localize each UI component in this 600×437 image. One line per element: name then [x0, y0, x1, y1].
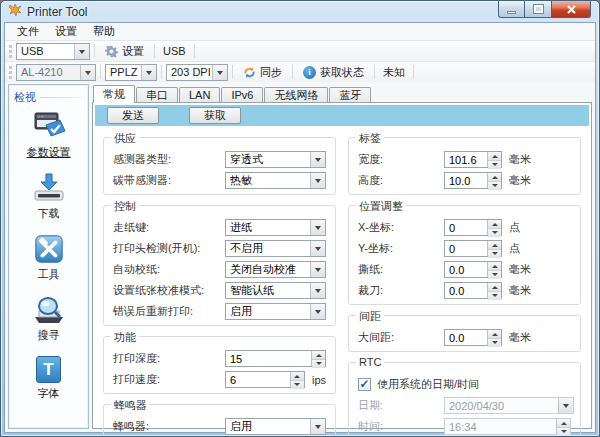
close-icon [567, 5, 576, 14]
chevron-down-icon[interactable] [212, 65, 227, 80]
form-row: 裁刀: 0.0 毫米 [358, 280, 571, 301]
chevron-down-icon[interactable] [310, 152, 325, 167]
stepper-arrows-icon[interactable] [311, 351, 325, 366]
sidebar-item-parameter-settings[interactable]: 参数设置 [27, 112, 71, 160]
unit-label: 毫米 [509, 283, 531, 298]
divider [40, 97, 83, 98]
y-offset-stepper[interactable]: 0 [444, 240, 502, 257]
form-row: 日期: 2020/04/30 [358, 395, 571, 416]
use-system-datetime-checkbox[interactable]: ✓ [358, 378, 371, 391]
big-gap-stepper[interactable]: 0.0 [444, 329, 502, 346]
sync-icon [243, 66, 256, 79]
stepper-arrows-icon[interactable] [290, 372, 304, 387]
chevron-down-icon [80, 65, 95, 80]
x-offset-stepper[interactable]: 0 [444, 219, 502, 236]
stepper-arrows-icon[interactable] [487, 283, 501, 298]
minimize-button[interactable] [498, 1, 525, 18]
tab-wireless[interactable]: 无线网络 [264, 87, 328, 102]
stepper-arrows-icon[interactable] [487, 220, 501, 235]
buzzer-select[interactable]: 启用 [225, 418, 326, 435]
form-row: X-坐标: 0 点 [358, 217, 571, 238]
printer-search-icon [31, 295, 67, 325]
group-label: 标签 宽度: 101.6 毫米 [348, 137, 581, 195]
stepper-arrows-icon[interactable] [487, 262, 501, 277]
print-darkness-stepper[interactable]: 15 [225, 350, 326, 367]
menu-help[interactable]: 帮助 [85, 23, 123, 40]
calibration-mode-select[interactable]: 智能认纸 [225, 282, 326, 299]
chevron-down-icon[interactable] [310, 304, 325, 319]
status-value: 未知 [379, 65, 409, 80]
label-height-stepper[interactable]: 10.0 [444, 172, 502, 189]
cutter-offset-stepper[interactable]: 0.0 [444, 282, 502, 299]
maximize-button[interactable] [525, 1, 552, 18]
stepper-arrows-icon[interactable] [487, 152, 501, 167]
sidebar-item-font[interactable]: T 字体 [36, 356, 61, 401]
chevron-down-icon[interactable] [310, 241, 325, 256]
tear-offset-stepper[interactable]: 0.0 [444, 261, 502, 278]
feed-key-select[interactable]: 进纸 [225, 219, 326, 236]
reprint-after-error-select[interactable]: 启用 [225, 303, 326, 320]
form-row: 撕纸: 0.0 毫米 [358, 259, 571, 280]
settings-button[interactable]: 设置 [99, 43, 150, 60]
tab-bluetooth[interactable]: 蓝牙 [329, 87, 371, 102]
form-row: Y-坐标: 0 点 [358, 238, 571, 259]
sidebar-item-download[interactable]: 下载 [31, 173, 67, 221]
printhead-check-select[interactable]: 不启用 [225, 240, 326, 257]
label-width-stepper[interactable]: 101.6 [444, 151, 502, 168]
form-row: 宽度: 101.6 毫米 [358, 149, 571, 170]
check-icon: ✓ [359, 378, 369, 390]
group-rtc: RTC ✓ 使用系统的日期/时间 日期: 2020/04/30 [348, 362, 581, 437]
tab-lan[interactable]: LAN [179, 87, 220, 102]
titlebar[interactable]: Printer Tool [1, 1, 599, 22]
sidebar-item-search[interactable]: 搜寻 [31, 295, 67, 343]
printer-settings-icon [31, 112, 67, 142]
stepper-arrows-icon[interactable] [487, 173, 501, 188]
tab-ipv6[interactable]: IPv6 [221, 87, 263, 102]
chevron-down-icon[interactable] [310, 220, 325, 235]
date-picker: 2020/04/30 [444, 397, 574, 414]
send-button[interactable]: 发送 [107, 107, 159, 124]
form-row: 碳带感测器: 热敏 [113, 170, 326, 191]
port-combo[interactable]: USB [16, 43, 90, 60]
dpi-combo[interactable]: 203 DPI [166, 64, 228, 81]
get-status-button[interactable]: i 获取状态 [297, 64, 370, 81]
stepper-arrows-icon[interactable] [487, 330, 501, 345]
toolbar-grip[interactable] [9, 66, 12, 79]
form-row: 打印头检测(开机): 不启用 [113, 238, 326, 259]
chevron-down-icon[interactable] [310, 283, 325, 298]
toolbar-grip[interactable] [9, 45, 12, 58]
print-speed-stepper[interactable]: 6 [225, 371, 305, 388]
ribbon-sensor-select[interactable]: 热敏 [225, 172, 326, 189]
close-button[interactable] [552, 1, 591, 18]
sync-button[interactable]: 同步 [237, 64, 288, 81]
app-window: Printer Tool 文件 设置 帮助 USB 设置 [0, 0, 600, 437]
window-title: Printer Tool [27, 5, 87, 19]
form-row: ✓ 使用系统的日期/时间 [358, 374, 571, 395]
emulation-combo[interactable]: PPLZ [105, 64, 157, 81]
stepper-arrows-icon [556, 419, 570, 434]
get-button[interactable]: 获取 [189, 107, 241, 124]
chevron-down-icon[interactable] [141, 65, 156, 80]
form-row: 时间: 16:34 [358, 416, 571, 437]
chevron-down-icon[interactable] [310, 262, 325, 277]
form-row: 高度: 10.0 毫米 [358, 170, 571, 191]
tab-general[interactable]: 常规 [93, 85, 135, 103]
chevron-down-icon[interactable] [310, 173, 325, 188]
calendar-dropdown-icon [558, 398, 573, 413]
sensor-type-select[interactable]: 穿透式 [225, 151, 326, 168]
chevron-down-icon[interactable] [310, 419, 325, 434]
menu-file[interactable]: 文件 [9, 23, 47, 40]
stepper-arrows-icon[interactable] [487, 241, 501, 256]
action-band: 发送 获取 [95, 105, 589, 126]
chevron-down-icon[interactable] [74, 44, 89, 59]
tab-serial[interactable]: 串口 [136, 87, 178, 102]
info-icon: i [303, 66, 316, 79]
group-position-adjust: 位置调整 X-坐标: 0 点 Y [348, 205, 581, 305]
toolbar-printer: AL-4210 PPLZ 203 DPI 同步 i 获取状态 [5, 61, 595, 82]
sidebar-item-tools[interactable]: 工具 [33, 234, 65, 282]
form-row: 走纸键: 进纸 [113, 217, 326, 238]
menu-settings[interactable]: 设置 [47, 23, 85, 40]
menubar: 文件 设置 帮助 [5, 23, 595, 40]
unit-label: 毫米 [509, 152, 531, 167]
auto-calibration-select[interactable]: 关闭自动校准 [225, 261, 326, 278]
